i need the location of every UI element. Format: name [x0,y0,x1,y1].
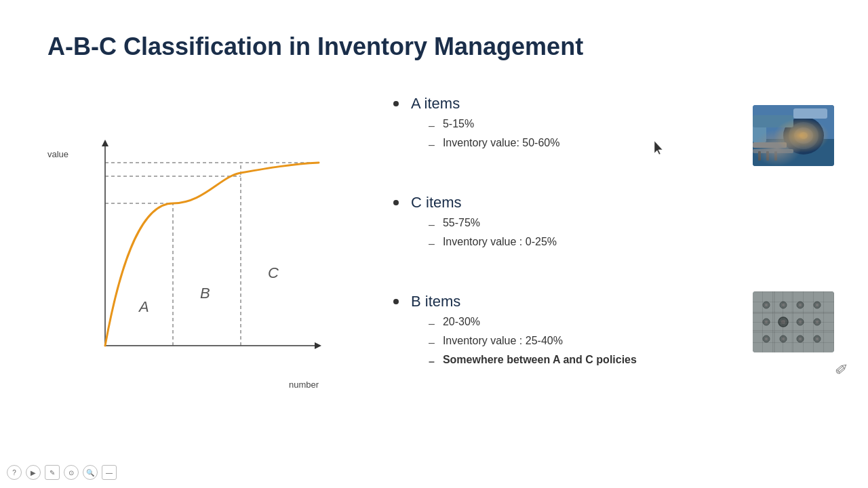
svg-rect-19 [753,149,793,153]
list-item: – Inventory value: 50-60% [429,137,787,153]
svg-point-49 [814,336,821,342]
record-button[interactable]: ⊙ [64,465,79,480]
bullet-dot-b [393,299,399,304]
svg-rect-23 [753,125,766,142]
b-items-header: B items [393,293,787,310]
svg-rect-21 [766,151,769,161]
svg-point-16 [794,127,813,144]
svg-point-14 [783,117,824,155]
section-c-items: C items – 55-75% – Inventory value : 0-2… [393,194,787,252]
list-item: – 55-75% [429,217,787,233]
c-items-header: C items [393,194,787,211]
chart-area: value A B C number [47,129,339,386]
chart-svg: A B C [68,136,332,380]
svg-point-41 [814,319,821,325]
svg-point-36 [765,321,768,323]
section-a-items: A items – 5-15% – Inventory value: 50-60… [393,95,787,153]
svg-rect-24 [753,115,793,127]
c-items-label: C items [411,194,462,211]
svg-rect-12 [753,105,834,166]
chart-value-label: value [47,149,68,159]
svg-point-48 [799,338,802,340]
list-item: – Inventory value : 0-25% [429,236,787,252]
svg-point-15 [789,122,818,149]
svg-point-44 [765,338,768,340]
a-items-label: A items [411,95,460,113]
zoom-button[interactable]: 🔍 [83,465,98,480]
svg-point-35 [763,319,770,325]
chart-number-label: number [289,380,319,390]
rivet-svg [753,291,834,352]
svg-text:C: C [268,264,279,281]
play-button[interactable]: ▶ [26,465,41,480]
svg-rect-13 [753,139,834,166]
dash-icon: – [429,316,435,332]
b-sub-3: Somewhere between A and C policies [443,354,637,366]
svg-point-29 [780,302,787,308]
bullet-dot-c [393,200,399,205]
a-items-header: A items [393,95,787,113]
svg-point-32 [799,304,802,306]
svg-point-42 [816,321,818,323]
dash-icon: – [429,118,435,134]
svg-marker-3 [315,342,321,349]
svg-rect-22 [774,151,777,161]
dash-icon: – [429,335,435,351]
edit-button[interactable]: ✎ [45,465,60,480]
svg-rect-25 [793,108,827,119]
svg-point-43 [763,336,770,342]
dash-icon: – [429,354,435,370]
svg-marker-2 [102,140,108,146]
svg-point-17 [800,132,808,139]
a-sub-1: 5-15% [443,118,474,130]
svg-point-31 [797,302,804,308]
c-sub-2: Inventory value : 0-25% [443,236,557,248]
b-items-sub: – 20-30% – Inventory value : 25-40% – So… [429,316,787,370]
c-sub-1: 55-75% [443,217,480,229]
svg-point-33 [814,302,821,308]
svg-point-39 [797,319,804,325]
list-item: – 5-15% [429,118,787,134]
b-items-label: B items [411,293,460,310]
bottom-toolbar: ? ▶ ✎ ⊙ 🔍 — [7,465,117,480]
svg-text:B: B [200,285,210,302]
list-item: – Somewhere between A and C policies [429,354,787,370]
svg-text:A: A [138,298,149,315]
b-sub-2: Inventory value : 25-40% [443,335,563,347]
svg-point-46 [782,338,785,340]
c-items-sub: – 55-75% – Inventory value : 0-25% [429,217,787,252]
help-button[interactable]: ? [7,465,22,480]
svg-point-34 [816,304,818,306]
section-b-items: B items – 20-30% – Inventory value : 25-… [393,293,787,370]
jet-engine-svg [753,105,834,166]
svg-rect-18 [753,142,787,148]
rivet-image [753,291,834,352]
a-items-sub: – 5-15% – Inventory value: 50-60% [429,118,787,153]
bullet-dot-a [393,101,399,106]
minimize-button[interactable]: — [102,465,117,480]
svg-point-37 [778,317,788,327]
svg-point-50 [816,338,818,340]
pencil-icon: ✏ [831,357,853,380]
b-sub-1: 20-30% [443,316,480,328]
svg-rect-20 [758,151,761,161]
dash-icon: – [429,137,435,153]
dash-icon: – [429,217,435,233]
svg-point-27 [763,302,770,308]
svg-point-28 [765,304,768,306]
page-title: A-B-C Classification in Inventory Manage… [47,33,583,61]
svg-point-40 [799,321,802,323]
svg-point-47 [797,336,804,342]
right-content: A items – 5-15% – Inventory value: 50-60… [393,95,787,397]
list-item: – Inventory value : 25-40% [429,335,787,351]
jet-engine-image [753,105,834,166]
svg-point-45 [780,336,787,342]
svg-point-30 [782,304,785,306]
svg-point-38 [781,320,785,324]
dash-icon: – [429,236,435,252]
list-item: – 20-30% [429,316,787,332]
svg-rect-26 [753,291,834,352]
a-sub-2: Inventory value: 50-60% [443,137,560,149]
